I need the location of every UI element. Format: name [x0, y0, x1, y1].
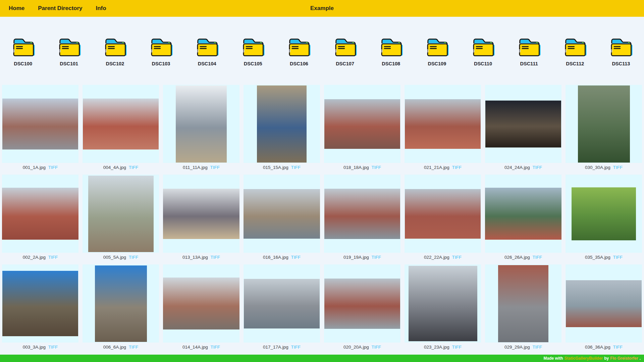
photo-thumbnail[interactable] — [88, 176, 154, 252]
photo-thumbnail[interactable] — [176, 85, 227, 163]
folder-label: DSC101 — [60, 61, 78, 66]
photo-card[interactable] — [163, 175, 239, 253]
folder-item-dsc102[interactable]: DSC102 — [92, 34, 138, 66]
photo-thumbnail[interactable] — [2, 99, 78, 149]
folder-item-dsc104[interactable]: DSC104 — [184, 34, 230, 66]
footer-author-link[interactable]: Flo Greistorfer — [610, 356, 638, 361]
photo-filename: 004_4A.jpg — [103, 165, 126, 170]
folder-icon — [283, 34, 315, 56]
photo-thumbnail[interactable] — [572, 187, 636, 240]
photo-card[interactable] — [163, 85, 239, 163]
photo-thumbnail[interactable] — [409, 266, 477, 341]
photo-thumbnail[interactable] — [163, 189, 239, 239]
folder-item-dsc107[interactable]: DSC107 — [322, 34, 368, 66]
folder-label: DSC108 — [382, 61, 400, 66]
folder-item-dsc103[interactable]: DSC103 — [138, 34, 184, 66]
tiff-link[interactable]: TIFF — [372, 255, 381, 260]
photo-card[interactable] — [405, 175, 481, 253]
photo-card[interactable] — [83, 264, 159, 343]
photo-thumbnail[interactable] — [405, 189, 481, 239]
folder-item-dsc110[interactable]: DSC110 — [460, 34, 506, 66]
photo-thumbnail[interactable] — [485, 101, 561, 147]
photo-thumbnail[interactable] — [244, 279, 320, 328]
gallery-cell: 003_3A.jpg TIFF — [0, 264, 80, 350]
photo-thumbnail[interactable] — [405, 99, 481, 149]
folder-item-dsc101[interactable]: DSC101 — [46, 34, 92, 66]
tiff-link[interactable]: TIFF — [452, 345, 462, 350]
photo-thumbnail[interactable] — [244, 189, 320, 239]
tiff-link[interactable]: TIFF — [452, 255, 462, 260]
tiff-link[interactable]: TIFF — [129, 165, 139, 170]
tiff-link[interactable]: TIFF — [129, 345, 139, 350]
photo-card[interactable] — [566, 175, 642, 253]
photo-caption: 021_21A.jpg TIFF — [424, 165, 462, 171]
photo-thumbnail[interactable] — [163, 278, 239, 329]
photo-thumbnail[interactable] — [498, 265, 548, 342]
nav-link-parent-directory[interactable]: Parent Directory — [38, 5, 82, 12]
photo-card[interactable] — [2, 264, 78, 343]
tiff-link[interactable]: TIFF — [533, 345, 542, 350]
photo-card[interactable] — [405, 264, 481, 343]
photo-thumbnail[interactable] — [2, 188, 78, 240]
photo-card[interactable] — [244, 175, 320, 253]
photo-caption: 019_19A.jpg TIFF — [343, 255, 381, 260]
folder-item-dsc112[interactable]: DSC112 — [552, 34, 598, 66]
photo-thumbnail[interactable] — [324, 279, 400, 329]
tiff-link[interactable]: TIFF — [613, 165, 623, 170]
photo-card[interactable] — [244, 264, 320, 343]
photo-thumbnail[interactable] — [324, 189, 400, 239]
tiff-link[interactable]: TIFF — [291, 255, 301, 260]
folder-item-dsc105[interactable]: DSC105 — [230, 34, 276, 66]
folder-item-dsc109[interactable]: DSC109 — [414, 34, 460, 66]
photo-thumbnail[interactable] — [566, 280, 642, 327]
folder-item-dsc111[interactable]: DSC111 — [506, 34, 552, 66]
photo-card[interactable] — [244, 85, 320, 163]
folder-item-dsc113[interactable]: DSC113 — [598, 34, 644, 66]
photo-card[interactable] — [83, 175, 159, 253]
photo-thumbnail[interactable] — [95, 265, 147, 342]
folder-item-dsc108[interactable]: DSC108 — [368, 34, 414, 66]
tiff-link[interactable]: TIFF — [452, 165, 462, 170]
photo-thumbnail[interactable] — [2, 271, 78, 336]
folder-item-dsc106[interactable]: DSC106 — [276, 34, 322, 66]
tiff-link[interactable]: TIFF — [291, 345, 301, 350]
tiff-link[interactable]: TIFF — [533, 255, 542, 260]
tiff-link[interactable]: TIFF — [291, 165, 301, 170]
tiff-link[interactable]: TIFF — [372, 345, 381, 350]
gallery-cell: 002_2A.jpg TIFF — [0, 175, 80, 260]
photo-card[interactable] — [2, 175, 78, 253]
photo-thumbnail[interactable] — [485, 188, 561, 240]
nav-link-info[interactable]: Info — [96, 5, 106, 12]
tiff-link[interactable]: TIFF — [211, 345, 220, 350]
photo-card[interactable] — [83, 85, 159, 163]
tiff-link[interactable]: TIFF — [613, 345, 623, 350]
tiff-link[interactable]: TIFF — [613, 255, 623, 260]
photo-card[interactable] — [485, 264, 561, 343]
photo-card[interactable] — [324, 175, 400, 253]
folder-icon — [421, 34, 453, 56]
photo-card[interactable] — [405, 85, 481, 163]
photo-card[interactable] — [566, 264, 642, 343]
tiff-link[interactable]: TIFF — [129, 255, 139, 260]
photo-card[interactable] — [324, 85, 400, 163]
photo-thumbnail[interactable] — [257, 85, 307, 163]
photo-card[interactable] — [485, 175, 561, 253]
tiff-link[interactable]: TIFF — [211, 255, 220, 260]
photo-thumbnail[interactable] — [83, 99, 159, 149]
tiff-link[interactable]: TIFF — [372, 165, 381, 170]
nav-link-home[interactable]: Home — [9, 5, 24, 12]
folder-item-dsc100[interactable]: DSC100 — [0, 34, 46, 66]
photo-card[interactable] — [324, 264, 400, 343]
photo-card[interactable] — [163, 264, 239, 343]
photo-card[interactable] — [2, 85, 78, 163]
tiff-link[interactable]: TIFF — [533, 165, 542, 170]
tiff-link[interactable]: TIFF — [48, 345, 58, 350]
tiff-link[interactable]: TIFF — [210, 165, 220, 170]
photo-thumbnail[interactable] — [324, 99, 400, 149]
photo-card[interactable] — [566, 85, 642, 163]
tiff-link[interactable]: TIFF — [48, 165, 58, 170]
photo-card[interactable] — [485, 85, 561, 163]
footer-builder-link[interactable]: StaticGalleryBuilder — [565, 356, 603, 361]
photo-thumbnail[interactable] — [578, 85, 630, 163]
tiff-link[interactable]: TIFF — [48, 255, 58, 260]
